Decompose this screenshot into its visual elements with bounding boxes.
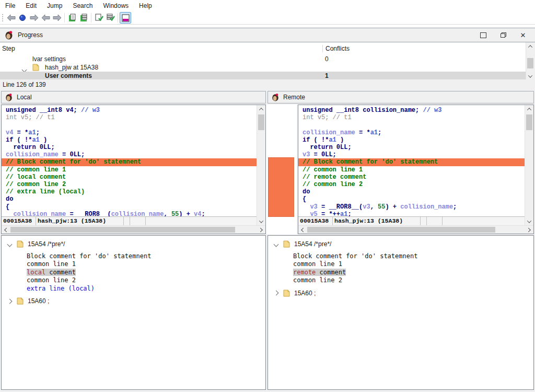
- scroll-right-icon[interactable]: [525, 226, 533, 234]
- bottom-strip: [0, 390, 535, 392]
- close-button[interactable]: ✕: [517, 30, 529, 40]
- local-comment-text[interactable]: Block comment for 'do' statemnentcommon …: [2, 249, 265, 296]
- code-line: common line 2: [268, 276, 533, 284]
- tree-node-label: 15A60 ;: [28, 297, 49, 305]
- code-line: unsigned __int8 collision_name; // w3: [298, 107, 525, 114]
- code-line: if ( !*a1 ): [2, 136, 257, 144]
- function-cell: hash_pjw:13 (15A38): [36, 217, 124, 225]
- menu-item-file[interactable]: File: [0, 1, 20, 11]
- scroll-down-icon[interactable]: [525, 217, 533, 225]
- tree-node-label: 15A60 ;: [294, 290, 316, 297]
- status-cell: [124, 217, 130, 225]
- menu-item-jump[interactable]: Jump: [42, 1, 67, 11]
- open-file-icon[interactable]: [66, 12, 78, 24]
- local-code-view[interactable]: unsigned __int8 v4; // w3int v5; // t1 v…: [2, 105, 257, 216]
- menu-bar: File Edit Jump Search Windows Help: [0, 0, 535, 11]
- table-vertical-scrollbar[interactable]: [526, 42, 535, 80]
- scroll-right-icon[interactable]: [257, 226, 265, 234]
- remote-vertical-scrollbar[interactable]: [525, 105, 533, 225]
- forward-arrow-icon[interactable]: [28, 12, 40, 24]
- remote-code-pane: unsigned __int8 collision_name; // w3int…: [298, 105, 534, 234]
- scroll-left-icon[interactable]: [2, 226, 10, 234]
- scroll-down-icon[interactable]: [257, 217, 265, 225]
- jump-back-arrow-icon[interactable]: [40, 12, 51, 24]
- ida-logo-icon: [271, 93, 280, 101]
- remote-pane-header[interactable]: Remote: [268, 91, 534, 103]
- chevron-down-icon[interactable]: [7, 241, 13, 247]
- code-line: do: [2, 195, 257, 203]
- column-header-conflicts[interactable]: Conflicts: [322, 45, 350, 52]
- local-comments-pane: 15A54 /*pre*/ Block comment for 'do' sta…: [1, 235, 266, 390]
- menu-item-help[interactable]: Help: [134, 1, 157, 11]
- menu-item-edit[interactable]: Edit: [20, 1, 42, 11]
- local-horizontal-scrollbar[interactable]: [2, 225, 265, 234]
- code-line: return 0LL;: [2, 144, 257, 151]
- remote-horizontal-scrollbar[interactable]: [298, 225, 533, 234]
- scrollbar-thumb[interactable]: [307, 227, 495, 233]
- folder-icon: [17, 297, 24, 305]
- line-counter: Line 126 of 139: [0, 79, 535, 90]
- menu-item-windows[interactable]: Windows: [98, 1, 134, 11]
- tree-node-15a60[interactable]: 15A60 ;: [268, 288, 533, 298]
- tree-node-label: 15A54 /*pre*/: [294, 240, 331, 248]
- scrollbar-thumb[interactable]: [527, 58, 533, 68]
- local-pane-header[interactable]: Local: [1, 91, 266, 103]
- scroll-left-icon[interactable]: [298, 226, 307, 234]
- maximize-button[interactable]: [478, 30, 489, 40]
- code-line: v4 = *a1;: [2, 129, 257, 136]
- status-cell: [421, 217, 427, 225]
- column-header-step[interactable]: Step: [2, 45, 15, 52]
- navigation-dot-icon[interactable]: [17, 12, 28, 24]
- code-line: // common line 1: [2, 166, 257, 174]
- save-file-icon[interactable]: [93, 12, 104, 24]
- folder-icon: [283, 240, 290, 248]
- chevron-right-icon[interactable]: [274, 291, 279, 296]
- save-database-icon[interactable]: [104, 12, 116, 24]
- merge-steps-table: Step Conflicts lvar settings 0 hash_pjw …: [0, 42, 535, 80]
- code-line: {: [298, 195, 525, 203]
- local-status-bar: 00015A38 hash_pjw:13 (15A38): [2, 216, 257, 225]
- progress-window: Progress ✕ Step Conflicts lvar settings …: [0, 28, 535, 80]
- code-line: do: [298, 188, 525, 195]
- code-line: // Block comment for 'do' statemnent: [2, 158, 257, 166]
- scroll-up-icon[interactable]: [257, 105, 265, 113]
- code-line: // remote comment: [298, 174, 525, 181]
- scrollbar-thumb[interactable]: [526, 114, 532, 130]
- folder-icon: [283, 290, 290, 297]
- open-database-icon[interactable]: [78, 12, 89, 24]
- scrollbar-thumb[interactable]: [10, 227, 235, 233]
- local-code-pane: unsigned __int8 v4; // w3int v5; // t1 v…: [1, 105, 266, 234]
- table-row-user-comments[interactable]: User comments 1: [0, 72, 535, 80]
- scroll-up-icon[interactable]: [525, 105, 533, 113]
- local-pane-title: Local: [17, 94, 32, 101]
- scrollbar-thumb[interactable]: [258, 114, 264, 130]
- scroll-up-icon[interactable]: [526, 42, 534, 50]
- table-row-lvar-settings[interactable]: lvar settings 0: [0, 55, 535, 63]
- tree-node-15a54[interactable]: 15A54 /*pre*/: [268, 239, 533, 249]
- toolbar-drag-handle[interactable]: [1, 13, 4, 22]
- chevron-right-icon[interactable]: [7, 298, 13, 304]
- scroll-down-icon[interactable]: [526, 72, 534, 80]
- remote-comment-text[interactable]: Block comment for 'do' statemnentcommon …: [268, 249, 533, 288]
- table-row-hash-pjw[interactable]: hash_pjw at 15A38: [0, 63, 535, 72]
- chevron-down-icon[interactable]: [274, 241, 279, 247]
- remote-comments-pane: 15A54 /*pre*/ Block comment for 'do' sta…: [268, 235, 534, 390]
- code-line: v3 = 0LL;: [298, 151, 525, 158]
- restore-button[interactable]: [497, 30, 509, 40]
- code-line: collision_name = __ROR8__(collision_name…: [2, 211, 257, 216]
- merge-view-icon[interactable]: [120, 12, 131, 24]
- remote-code-view[interactable]: unsigned __int8 collision_name; // w3int…: [298, 105, 525, 216]
- menu-item-search[interactable]: Search: [67, 1, 98, 11]
- status-cell: [130, 217, 146, 225]
- back-arrow-icon[interactable]: [5, 12, 17, 24]
- tree-node-15a54[interactable]: 15A54 /*pre*/: [2, 239, 265, 249]
- local-vertical-scrollbar[interactable]: [257, 105, 265, 225]
- ida-logo-icon: [5, 93, 13, 101]
- address-cell: 00015A38: [2, 217, 36, 225]
- remote-pane-title: Remote: [283, 94, 305, 101]
- conflict-block-marker[interactable]: [268, 157, 294, 217]
- code-line: collision_name = *a1;: [298, 129, 525, 136]
- tree-node-15a60[interactable]: 15A60 ;: [2, 296, 265, 306]
- jump-forward-arrow-icon[interactable]: [51, 12, 63, 24]
- status-cell: [427, 217, 443, 225]
